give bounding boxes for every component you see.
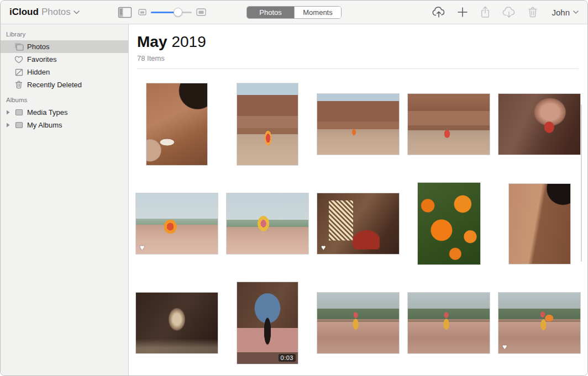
- photo-thumbnail[interactable]: [498, 83, 581, 166]
- chevron-down-icon: [74, 10, 80, 14]
- photo-thumbnail[interactable]: [135, 83, 218, 166]
- video-image: 0:03: [237, 282, 298, 364]
- tab-photos[interactable]: Photos: [247, 7, 294, 18]
- sidebar-item-media-types[interactable]: Media Types: [1, 106, 128, 119]
- photo-image: [498, 93, 581, 155]
- share-button[interactable]: [479, 6, 491, 19]
- photo-image: [317, 93, 400, 155]
- sidebar-section-albums: Albums: [1, 94, 128, 106]
- photos-icon: [14, 43, 24, 51]
- add-button[interactable]: [456, 6, 469, 18]
- zoom-slider-thumb[interactable]: [174, 8, 182, 17]
- zoom-slider[interactable]: [151, 8, 192, 17]
- photo-image: ♥: [135, 193, 218, 255]
- toolbar: iCloud Photos: [1, 1, 587, 24]
- photo-thumbnail[interactable]: [135, 282, 218, 364]
- photo-thumbnail[interactable]: ♥: [135, 182, 218, 265]
- favorite-heart-icon: ♥: [321, 243, 326, 251]
- sidebar-item-label: My Albums: [27, 121, 62, 129]
- trash-icon: [527, 6, 539, 19]
- sidebar-item-my-albums[interactable]: My Albums: [1, 119, 128, 131]
- sidebar-item-label: Media Types: [27, 108, 67, 116]
- photo-thumbnail[interactable]: [498, 182, 581, 265]
- photo-image: [135, 292, 218, 354]
- photo-image: [237, 83, 298, 166]
- photo-library-main: May 2019 78 Items ♥: [129, 24, 587, 376]
- photo-thumbnail[interactable]: ♥: [317, 182, 400, 265]
- disclosure-triangle-icon[interactable]: [6, 123, 12, 128]
- user-menu[interactable]: John: [552, 8, 579, 17]
- sidebar-section-library: Library: [1, 29, 128, 40]
- share-icon: [479, 6, 491, 19]
- photo-thumbnail[interactable]: [407, 83, 490, 166]
- sidebar: Library Photos Favorites: [1, 24, 129, 376]
- app-title-secondary: Photos: [41, 7, 71, 18]
- sidebar-item-label: Favorites: [27, 55, 56, 63]
- heart-icon: [14, 56, 24, 63]
- favorite-heart-icon: ♥: [502, 343, 507, 351]
- items-count: 78 Items: [137, 54, 579, 62]
- sidebar-item-photos[interactable]: Photos: [1, 40, 128, 53]
- photo-image: [407, 292, 490, 354]
- hidden-icon: [14, 68, 24, 76]
- small-thumbnails-icon: [138, 9, 146, 15]
- disclosure-triangle-icon[interactable]: [6, 110, 12, 115]
- album-icon: [14, 109, 24, 116]
- view-switcher: Photos Moments: [246, 6, 342, 19]
- sidebar-item-favorites[interactable]: Favorites: [1, 53, 128, 66]
- page-title-month: May: [137, 33, 167, 51]
- divider: [137, 68, 579, 69]
- sidebar-item-label: Photos: [27, 43, 49, 51]
- sidebar-item-label: Hidden: [27, 68, 50, 76]
- photo-thumbnail[interactable]: [407, 282, 490, 364]
- app-title-menu[interactable]: iCloud Photos: [9, 1, 80, 24]
- trash-icon: [14, 81, 24, 89]
- toolbar-actions: John: [432, 1, 579, 24]
- large-thumbnails-icon: [196, 8, 206, 16]
- photo-image: [226, 193, 309, 255]
- sidebar-item-recently-deleted[interactable]: Recently Deleted: [1, 78, 128, 91]
- photo-image: [407, 93, 490, 155]
- photo-image: [417, 182, 481, 265]
- video-thumbnail[interactable]: 0:03: [226, 282, 309, 364]
- icloud-photos-window: iCloud Photos: [0, 0, 588, 376]
- video-duration-badge: 0:03: [279, 354, 296, 362]
- scrollbar[interactable]: [581, 104, 582, 262]
- photo-thumbnail[interactable]: [226, 182, 309, 265]
- photo-thumbnail[interactable]: [317, 282, 400, 364]
- photo-grid: ♥ ♥ 0:03: [135, 83, 587, 364]
- cloud-upload-icon: [432, 6, 446, 19]
- photo-thumbnail[interactable]: [317, 83, 400, 166]
- sidebar-item-label: Recently Deleted: [27, 81, 82, 89]
- sidebar-item-hidden[interactable]: Hidden: [1, 66, 128, 78]
- sidebar-icon: [118, 7, 132, 18]
- favorite-heart-icon: ♥: [140, 243, 144, 251]
- photo-image: [146, 83, 208, 166]
- page-title-year: 2019: [171, 33, 206, 51]
- photo-image: ♥: [498, 292, 581, 354]
- album-icon: [14, 121, 24, 129]
- delete-button[interactable]: [527, 6, 539, 19]
- chevron-down-icon: [573, 10, 579, 14]
- thumbnail-zoom-control: [138, 1, 206, 24]
- user-name: John: [552, 8, 570, 17]
- photo-thumbnail[interactable]: [226, 83, 309, 166]
- plus-icon: [456, 6, 469, 18]
- tab-moments[interactable]: Moments: [294, 7, 341, 18]
- upload-button[interactable]: [432, 6, 446, 19]
- cloud-download-icon: [502, 6, 516, 19]
- app-title-primary: iCloud: [9, 7, 39, 18]
- download-button[interactable]: [502, 6, 516, 19]
- sidebar-toggle-button[interactable]: [118, 7, 132, 18]
- photo-thumbnail[interactable]: ♥: [498, 282, 581, 364]
- photo-image: [508, 183, 571, 264]
- photo-image: ♥: [317, 193, 400, 255]
- photo-image: [317, 292, 400, 354]
- photo-thumbnail[interactable]: [407, 182, 490, 265]
